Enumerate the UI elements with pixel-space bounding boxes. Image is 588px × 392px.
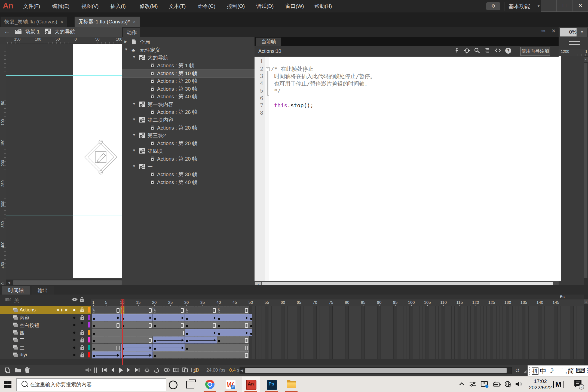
tree-item[interactable]: ▼一 (122, 163, 255, 171)
zoom-dropdown-icon[interactable]: ▼ (577, 28, 587, 37)
tablet-icon[interactable] (480, 381, 489, 388)
tween-span[interactable] (185, 336, 217, 344)
ime-m-icon[interactable]: M (553, 380, 564, 389)
layer-color-swatch[interactable] (88, 322, 90, 327)
static-span[interactable] (92, 321, 121, 329)
start-button[interactable] (4, 381, 11, 388)
task-view-icon[interactable] (186, 381, 194, 388)
static-span[interactable] (153, 351, 249, 359)
tree-item[interactable]: ▼第二块内容 (122, 116, 255, 124)
ime-toolbar[interactable]: 拼中☽゜，简⌨⋮ (528, 365, 588, 377)
canvas-hscrollbar[interactable]: ◀ (6, 280, 122, 285)
ime-drag-handle[interactable] (529, 367, 530, 375)
step-back-icon[interactable] (109, 367, 117, 374)
guide-line[interactable] (6, 216, 122, 216)
tween-span[interactable] (153, 336, 185, 344)
menu-窗口(W)[interactable]: 窗口(W) (281, 0, 309, 13)
layer-name[interactable]: Actions (20, 307, 36, 313)
chevron-down-icon[interactable]: ▼ (124, 47, 128, 51)
timeline-frames-area[interactable]: 1510152025303540455055606570758085909510… (91, 295, 584, 376)
scrollbar-thumb[interactable] (584, 63, 587, 278)
ime-glyph-简[interactable]: 简 (568, 367, 574, 375)
menu-命令(C)[interactable]: 命令(C) (193, 0, 220, 13)
layer-visibility-dot[interactable] (73, 332, 75, 334)
menu-帮助(H)[interactable]: 帮助(H) (310, 0, 336, 13)
menu-修改(M)[interactable]: 修改(M) (135, 0, 162, 13)
cortana-icon[interactable] (169, 381, 177, 389)
tab-current-frame[interactable]: 当前帧 (256, 38, 281, 46)
search-input[interactable]: 在这里输入你要搜索的内容 (16, 378, 166, 391)
layer-row-三[interactable]: 三 (0, 336, 91, 344)
goto-last-icon[interactable] (134, 367, 141, 374)
tree-item[interactable]: ▼第一块内容 (122, 100, 255, 108)
static-span[interactable] (153, 321, 185, 329)
tween-span[interactable] (153, 344, 185, 351)
close-panel-icon[interactable]: ✕ (552, 28, 556, 34)
layer-color-swatch[interactable] (88, 345, 90, 350)
code-icon[interactable] (495, 47, 502, 55)
tween-span[interactable] (92, 351, 121, 359)
layer-visibility-dot[interactable] (73, 339, 75, 341)
tree-item[interactable]: ▼第三块2 (122, 131, 255, 139)
document-tab[interactable]: 无标题-1.fla (Canvas)*× (75, 17, 140, 27)
outline-color-icon[interactable] (88, 297, 91, 303)
layer-name[interactable]: diyi (20, 352, 27, 358)
chevron-right-icon[interactable]: ▶ (124, 39, 127, 44)
frames-row-四[interactable] (91, 329, 584, 337)
menu-编辑(E)[interactable]: 编辑(E) (48, 0, 74, 13)
workspace-gear-icon[interactable]: ⚙ (486, 2, 500, 10)
close-tab-icon[interactable]: × (133, 19, 136, 24)
timeline-hscrollbar[interactable]: ◀ (240, 367, 512, 374)
goto-first-icon[interactable] (101, 367, 108, 374)
tree-item[interactable]: ▼♣元件定义 (122, 46, 255, 54)
layer-row-四[interactable]: 四 (0, 329, 91, 337)
keyframe-cell[interactable] (249, 329, 252, 336)
scroll-up-icon[interactable]: ▲ (584, 57, 588, 62)
layer-lock-icon[interactable] (80, 352, 85, 358)
step-forward-icon[interactable] (126, 367, 133, 374)
layer-name[interactable]: 内容 (20, 315, 29, 321)
tween-span[interactable] (121, 344, 153, 351)
static-span[interactable] (217, 336, 249, 344)
tree-item[interactable]: Actions : 第 26 帧 (122, 108, 255, 116)
taskbar-app-animate[interactable]: An (242, 376, 260, 392)
actions-span[interactable]: a (92, 307, 121, 314)
eye-icon[interactable] (71, 297, 78, 302)
actions-span[interactable]: a (153, 307, 185, 314)
keyframe-cell[interactable] (249, 314, 252, 321)
lock-icon[interactable] (79, 297, 84, 303)
taskbar-app-wps[interactable]: WW (222, 376, 240, 392)
timeline-ruler[interactable]: 1510152025303540455055606570758085909510… (91, 299, 584, 307)
tree-item[interactable]: ▼第四块 (122, 147, 255, 155)
keyframe-marker-icon[interactable]: ▮ (61, 308, 63, 312)
guide-line[interactable] (6, 75, 122, 76)
fold-toggle-icon[interactable]: − (266, 67, 270, 71)
layer-name[interactable]: 三 (20, 337, 24, 344)
stage-canvas[interactable]: 15010050050100 5010015020025030035040045… (0, 37, 122, 285)
breadcrumb-symbol[interactable]: 大的导航 (54, 27, 75, 37)
tween-span[interactable] (185, 329, 217, 336)
layer-lock-icon[interactable] (80, 307, 84, 313)
layer-color-swatch[interactable] (88, 307, 90, 313)
help-icon[interactable]: ? (505, 47, 513, 55)
center-frame-icon[interactable] (144, 367, 151, 374)
mixer-icon[interactable] (469, 381, 477, 388)
elapsed-time-value[interactable]: 0.4 s (229, 367, 239, 373)
resize-handle[interactable] (523, 370, 526, 373)
mute-icon[interactable] (85, 367, 92, 374)
play-icon[interactable] (118, 367, 125, 374)
tree-item[interactable]: Actions : 第 30 帧 (122, 170, 255, 178)
scrollbar-thumb[interactable] (245, 368, 507, 373)
frames-row-三[interactable] (91, 336, 584, 344)
edit-multiple-icon[interactable] (182, 367, 189, 374)
breadcrumb-scene[interactable]: 场景 1 (25, 27, 40, 37)
current-frame-value[interactable]: 10 (194, 367, 199, 373)
close-tab-icon[interactable]: × (60, 19, 63, 24)
tree-item[interactable]: Actions : 第 40 帧 (122, 93, 255, 100)
chevron-down-icon[interactable]: ▼ (132, 164, 136, 168)
layer-lock-icon[interactable] (80, 330, 85, 336)
add-with-wizard-button[interactable]: 使用向导添加 (520, 47, 550, 56)
loop-icon[interactable] (153, 367, 160, 374)
frames-row-内容[interactable] (91, 314, 584, 322)
taskbar-app-explorer[interactable] (282, 376, 300, 392)
